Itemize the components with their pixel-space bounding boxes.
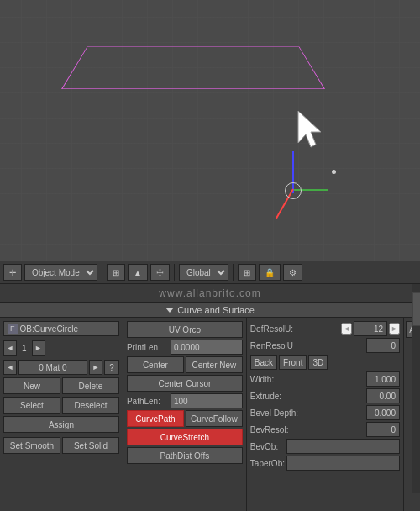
deselect-btn[interactable]: Deselect [62,397,119,414]
mat-row: ◄ 0 Mat 0 ► ? [3,360,119,375]
delete-btn[interactable]: Delete [62,377,119,394]
def-resolu-value: 12 [354,321,387,336]
3d-btn[interactable]: 3D [308,355,328,370]
view-btns-row: Back Front 3D [250,355,400,370]
center-row: Center Center New [127,356,243,373]
printlen-label: PrintLen [127,343,169,352]
global-select[interactable]: Global [179,264,228,281]
left-panel: F OB:CurveCircle ◄ 1 ► ◄ 0 Mat 0 ► ? New… [0,318,123,511]
ob-name: OB:CurveCircle [20,324,78,334]
center-new-btn[interactable]: Center New [186,356,243,373]
page-num: 1 [18,344,30,353]
page-num-row: ◄ 1 ► [3,339,119,357]
render-icon[interactable]: ▲ [128,264,148,281]
page-next-btn[interactable]: ► [32,340,45,356]
taper-ob-input[interactable] [286,456,400,471]
mat-prev-btn[interactable]: ◄ [3,360,17,375]
printlen-row: PrintLen [127,340,243,355]
prop-header-title: Curve and Surface [177,305,255,315]
move-icon[interactable]: ☩ [150,264,170,281]
bevel-depth-row: Bevel Depth: 0.000 [250,405,400,420]
prop-header: Curve and Surface [0,303,420,318]
new-delete-row: New Delete [3,377,119,394]
pathlen-row: PathLen: [127,393,243,408]
toolbar: ✛ Object Mode ⊞ ▲ ☩ Global ⊞ 🔒 ⚙ [0,261,420,284]
center-cursor-btn[interactable]: Center Cursor [127,375,243,392]
scrollbar-thumb[interactable] [412,292,420,326]
extrude-value: 0.00 [366,388,400,403]
mode-select[interactable]: Object Mode [24,264,97,281]
extrude-row: Extrude: 0.00 [250,388,400,403]
printlen-input[interactable] [171,340,243,355]
pathdist-btn[interactable]: PathDist Offs [127,447,243,464]
new-btn[interactable]: New [3,377,60,394]
triangle-icon [165,308,174,313]
bevel-depth-label: Bevel Depth: [250,408,365,418]
watermark-bar: www.allanbrito.com [0,284,420,303]
f-tag: F [8,324,18,334]
def-resolu-row: DefResolU: ◄ 12 ► [250,321,400,336]
separator3 [233,264,234,281]
bevel-depth-value: 0.000 [366,405,400,420]
width-row: Width: 1.000 [250,371,400,387]
ren-resolu-row: RenResolU 0 [250,338,400,353]
layer-icon[interactable]: ⊞ [107,264,125,281]
extra-btn[interactable]: ⚙ [283,264,302,281]
right-panel: DefResolU: ◄ 12 ► RenResolU 0 Back Front… [247,318,403,511]
smooth-solid-row: Set Smooth Set Solid [3,437,119,454]
axes-gizmo [260,151,328,219]
small-dot [332,170,336,174]
assign-btn[interactable]: Assign [3,416,119,433]
def-resolu-next-btn[interactable]: ► [389,323,400,335]
pathlen-label: PathLen: [127,397,169,406]
scrollbar[interactable] [412,284,420,493]
mat-question-btn[interactable]: ? [104,360,119,375]
taper-ob-row: TaperOb: [250,456,400,471]
viewport[interactable] [0,0,420,261]
bev-ob-row: BevOb: [250,439,400,454]
width-value: 1.000 [366,371,400,387]
page-prev-btn[interactable]: ◄ [3,340,17,356]
set-solid-btn[interactable]: Set Solid [62,437,119,454]
bev-resol-value: 0 [366,422,400,437]
ren-resolu-value: 0 [366,338,400,353]
width-label: Width: [250,375,365,384]
set-smooth-btn[interactable]: Set Smooth [3,437,60,454]
pathlen-input[interactable] [171,393,243,408]
curve-rectangle [61,46,325,89]
transform-icon[interactable]: ✛ [3,264,22,281]
ren-resolu-label: RenResolU [250,341,365,350]
curvepath-row: CurvePath CurveFollow [127,410,243,427]
cursor-arrow [294,109,328,153]
mat-next-btn[interactable]: ► [89,360,102,375]
back-btn[interactable]: Back [250,355,277,370]
taper-ob-label: TaperOb: [250,459,285,468]
curvestretch-btn[interactable]: CurveStretch [127,429,243,445]
front-btn[interactable]: Front [279,355,307,370]
mat-label: 0 Mat 0 [18,360,87,375]
curvepath-btn[interactable]: CurvePath [127,410,184,427]
ob-label: F OB:CurveCircle [3,321,119,336]
extrude-label: Extrude: [250,392,365,401]
bev-ob-input[interactable] [286,439,400,454]
assign-row: Assign [3,416,119,435]
viewport-grid [0,0,420,261]
curvefollow-btn[interactable]: CurveFollow [186,410,243,427]
bev-resol-row: BevResol: 0 [250,422,400,437]
grid-btn[interactable]: ⊞ [238,264,256,281]
bev-resol-label: BevResol: [250,425,365,435]
lock-btn[interactable]: 🔒 [259,264,281,281]
def-resolu-prev-btn[interactable]: ◄ [341,323,352,335]
properties-panel: F OB:CurveCircle ◄ 1 ► ◄ 0 Mat 0 ► ? New… [0,318,420,511]
center-btn[interactable]: Center [127,356,184,373]
bev-ob-label: BevOb: [250,442,285,451]
uv-orco-btn[interactable]: UV Orco [127,321,243,338]
select-btn[interactable]: Select [3,397,60,414]
select-deselect-row: Select Deselect [3,397,119,414]
separator2 [174,264,175,281]
svg-marker-0 [298,111,321,147]
mid-panel: UV Orco PrintLen Center Center New Cente… [123,318,247,511]
separator [102,264,102,281]
origin-circle [285,182,302,199]
def-resolu-label: DefResolU: [250,324,339,334]
